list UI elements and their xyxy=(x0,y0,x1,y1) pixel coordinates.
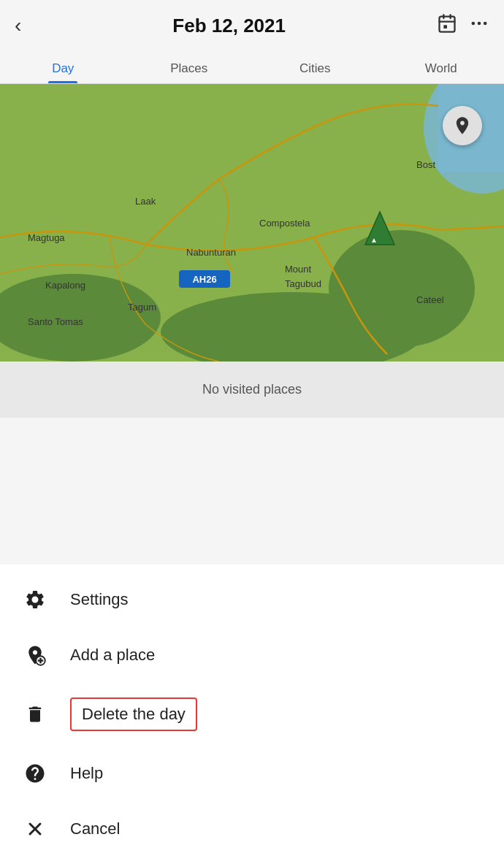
svg-rect-0 xyxy=(440,17,455,32)
trash-icon xyxy=(22,701,48,727)
svg-text:Magtuga: Magtuga xyxy=(28,232,65,243)
svg-text:Tagubud: Tagubud xyxy=(285,278,321,289)
svg-text:Kapalong: Kapalong xyxy=(45,280,85,291)
tab-day[interactable]: Day xyxy=(0,51,126,83)
cancel-menu-item[interactable]: Cancel xyxy=(0,801,504,857)
svg-point-5 xyxy=(472,22,476,26)
svg-point-6 xyxy=(478,22,481,26)
header: ‹ Feb 12, 2021 xyxy=(0,0,504,51)
location-pin xyxy=(443,106,482,145)
map-view[interactable]: AH26 ▲ Magtuga Laak Bost Cateel Composte… xyxy=(0,84,504,362)
svg-text:Tagum: Tagum xyxy=(128,302,156,313)
delete-day-label: Delete the day xyxy=(82,705,186,723)
help-label: Help xyxy=(70,764,103,783)
settings-icon xyxy=(22,586,48,613)
settings-menu-item[interactable]: Settings xyxy=(0,572,504,627)
cancel-label: Cancel xyxy=(70,819,120,838)
header-icons xyxy=(437,13,489,38)
tab-places[interactable]: Places xyxy=(126,51,253,83)
tab-world[interactable]: World xyxy=(378,51,505,83)
svg-text:Cateel: Cateel xyxy=(416,294,444,305)
add-place-label: Add a place xyxy=(70,646,155,665)
svg-point-7 xyxy=(484,22,487,26)
svg-text:Nabunturan: Nabunturan xyxy=(186,247,236,258)
svg-text:Laak: Laak xyxy=(135,196,156,207)
back-button[interactable]: ‹ xyxy=(15,14,21,37)
tabs-bar: Day Places Cities World xyxy=(0,51,504,84)
svg-text:Compostela: Compostela xyxy=(259,218,310,229)
tab-cities[interactable]: Cities xyxy=(252,51,378,83)
svg-text:Bost: Bost xyxy=(416,159,435,170)
settings-label: Settings xyxy=(70,590,129,609)
delete-day-label-wrapper: Delete the day xyxy=(70,697,197,731)
svg-text:Santo Tomas: Santo Tomas xyxy=(28,316,83,327)
cancel-icon xyxy=(22,816,48,842)
help-icon xyxy=(22,760,48,787)
no-places-bar: No visited places xyxy=(0,362,504,418)
svg-text:Mount: Mount xyxy=(285,264,312,275)
calendar-icon[interactable] xyxy=(437,13,457,38)
page-title: Feb 12, 2021 xyxy=(21,15,437,37)
svg-rect-4 xyxy=(443,25,447,28)
more-icon[interactable] xyxy=(469,13,489,38)
add-place-icon xyxy=(22,642,48,668)
help-menu-item[interactable]: Help xyxy=(0,746,504,801)
svg-point-13 xyxy=(329,230,475,347)
svg-text:▲: ▲ xyxy=(370,236,378,244)
bottom-menu: Settings Add a place Delete the day xyxy=(0,565,504,864)
svg-text:AH26: AH26 xyxy=(192,274,216,285)
add-place-menu-item[interactable]: Add a place xyxy=(0,627,504,683)
delete-day-menu-item[interactable]: Delete the day xyxy=(0,683,504,746)
